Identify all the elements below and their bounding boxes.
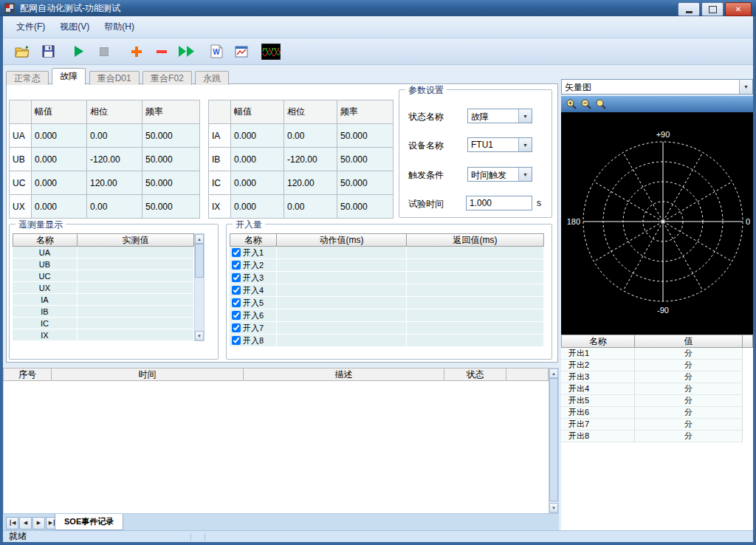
digital-input-checkbox[interactable] xyxy=(232,286,241,295)
phase-cell[interactable]: 120.00 xyxy=(87,171,142,195)
digital-input-checkbox[interactable] xyxy=(232,298,241,307)
di-action-header[interactable]: 动作值(ms) xyxy=(277,233,407,247)
di-name-header[interactable]: 名称 xyxy=(230,233,277,247)
tab-fault[interactable]: 故障 xyxy=(52,68,86,85)
output-value-header[interactable]: 值 xyxy=(635,335,743,348)
digital-input-checkbox[interactable] xyxy=(232,273,241,282)
next-page-icon[interactable]: ▶ xyxy=(32,517,45,529)
telemetry-name[interactable]: UA xyxy=(13,247,78,258)
minimize-button[interactable] xyxy=(678,2,700,16)
phase-cell[interactable]: 0.00 xyxy=(284,195,337,219)
phase-cell[interactable]: 120.00 xyxy=(284,171,337,195)
amp-cell[interactable]: 0.000 xyxy=(231,124,284,148)
output-name[interactable]: 开出3 xyxy=(561,371,635,383)
prev-page-icon[interactable]: ◀ xyxy=(19,517,32,529)
run-icon[interactable] xyxy=(69,42,89,61)
tab-permanent-trip[interactable]: 永跳 xyxy=(195,71,229,85)
output-name[interactable]: 开出4 xyxy=(561,383,635,395)
event-header-state[interactable]: 状态 xyxy=(444,368,506,381)
stop-icon[interactable] xyxy=(94,42,114,61)
zoom-out-icon[interactable] xyxy=(579,97,594,111)
output-name[interactable]: 开出2 xyxy=(561,360,635,371)
digital-input-checkbox[interactable] xyxy=(232,323,241,332)
telemetry-name[interactable]: IB xyxy=(13,306,78,318)
event-header-desc[interactable]: 描述 xyxy=(244,368,444,381)
view-mode-select[interactable]: 矢量图 ▼ xyxy=(561,79,753,95)
telemetry-name[interactable]: IX xyxy=(13,329,78,341)
test-time-input[interactable]: 1.000 xyxy=(466,196,532,210)
telemetry-name[interactable]: UC xyxy=(13,270,78,282)
tab-reclose-d01[interactable]: 重合D01 xyxy=(89,71,140,85)
tab-soe-event-log[interactable]: SOE事件记录 xyxy=(55,514,123,530)
telemetry-name[interactable]: IC xyxy=(13,318,78,329)
first-page-icon[interactable]: ┃◀ xyxy=(6,517,18,529)
digital-input-checkbox[interactable] xyxy=(232,311,241,320)
save-icon[interactable] xyxy=(38,42,58,61)
digital-input-checkbox[interactable] xyxy=(232,248,241,257)
event-scrollbar[interactable]: ▲ ▼ xyxy=(549,368,559,513)
amp-cell[interactable]: 0.000 xyxy=(231,148,284,171)
digital-input-checkbox[interactable] xyxy=(232,261,241,270)
tab-normal-state[interactable]: 正常态 xyxy=(6,71,49,85)
chevron-down-icon[interactable]: ▼ xyxy=(518,138,532,151)
freq-cell[interactable]: 50.000 xyxy=(142,124,200,148)
zoom-reset-icon[interactable] xyxy=(594,97,608,111)
amp-cell[interactable]: 0.000 xyxy=(32,171,87,195)
add-icon[interactable] xyxy=(127,42,146,61)
freq-cell[interactable]: 50.000 xyxy=(337,195,394,219)
amp-cell[interactable]: 0.000 xyxy=(231,195,284,219)
event-header-time[interactable]: 时间 xyxy=(52,368,244,381)
phase-cell[interactable]: -120.00 xyxy=(87,148,142,171)
freq-cell[interactable]: 50.000 xyxy=(337,124,394,148)
close-button[interactable]: ✕ xyxy=(725,2,752,16)
remove-icon[interactable] xyxy=(152,42,171,61)
menu-help[interactable]: 帮助(H) xyxy=(97,18,142,35)
amp-cell[interactable]: 0.000 xyxy=(32,124,87,148)
freq-cell[interactable]: 50.000 xyxy=(142,148,200,171)
state-name-select[interactable]: 故障 ▼ xyxy=(467,109,532,123)
chart-report-icon[interactable] xyxy=(232,42,251,61)
maximize-button[interactable] xyxy=(701,2,724,16)
telemetry-scrollbar[interactable]: ▲ ▼ xyxy=(194,233,205,341)
amp-cell[interactable]: 0.000 xyxy=(32,195,87,219)
scroll-up-icon[interactable]: ▲ xyxy=(195,234,204,244)
menu-view[interactable]: 视图(V) xyxy=(52,18,97,35)
freq-cell[interactable]: 50.000 xyxy=(337,171,394,195)
open-file-icon[interactable] xyxy=(13,42,32,61)
freq-cell[interactable]: 50.000 xyxy=(337,148,394,171)
phase-cell[interactable]: 0.00 xyxy=(87,124,142,148)
scroll-down-icon[interactable]: ▼ xyxy=(195,331,204,340)
output-name[interactable]: 开出6 xyxy=(561,407,635,419)
output-name[interactable]: 开出1 xyxy=(561,348,635,360)
chevron-down-icon[interactable]: ▼ xyxy=(739,80,752,94)
phase-cell[interactable]: 0.00 xyxy=(284,124,337,148)
scroll-up-icon[interactable]: ▲ xyxy=(549,369,558,378)
freq-cell[interactable]: 50.000 xyxy=(142,171,200,195)
tab-reclose-f02[interactable]: 重合F02 xyxy=(142,71,192,85)
phase-cell[interactable]: 0.00 xyxy=(87,195,142,219)
amp-cell[interactable]: 0.000 xyxy=(32,148,87,171)
freq-cell[interactable]: 50.000 xyxy=(142,195,200,219)
device-name-select[interactable]: FTU1 ▼ xyxy=(467,137,532,152)
scrollbar-thumb[interactable] xyxy=(549,378,558,501)
zoom-in-icon[interactable] xyxy=(564,97,579,111)
output-name[interactable]: 开出8 xyxy=(561,431,635,442)
trigger-condition-select[interactable]: 时间触发 ▼ xyxy=(467,167,532,182)
telemetry-name[interactable]: IA xyxy=(13,294,78,306)
chevron-down-icon[interactable]: ▼ xyxy=(518,168,532,181)
output-name[interactable]: 开出7 xyxy=(561,419,635,431)
telemetry-value-header[interactable]: 实测值 xyxy=(78,233,194,247)
menu-file[interactable]: 文件(F) xyxy=(9,18,52,35)
scrollbar-thumb[interactable] xyxy=(195,244,204,278)
word-report-icon[interactable]: W xyxy=(207,42,226,61)
digital-input-checkbox[interactable] xyxy=(232,336,241,345)
telemetry-name-header[interactable]: 名称 xyxy=(13,233,78,247)
run-all-icon[interactable] xyxy=(177,42,196,61)
event-header-index[interactable]: 序号 xyxy=(3,368,52,381)
telemetry-name[interactable]: UB xyxy=(13,258,78,270)
output-name[interactable]: 开出5 xyxy=(561,395,635,407)
chevron-down-icon[interactable]: ▼ xyxy=(518,109,532,123)
amp-cell[interactable]: 0.000 xyxy=(231,171,284,195)
scroll-down-icon[interactable]: ▼ xyxy=(549,503,558,513)
di-return-header[interactable]: 返回值(ms) xyxy=(407,233,544,247)
